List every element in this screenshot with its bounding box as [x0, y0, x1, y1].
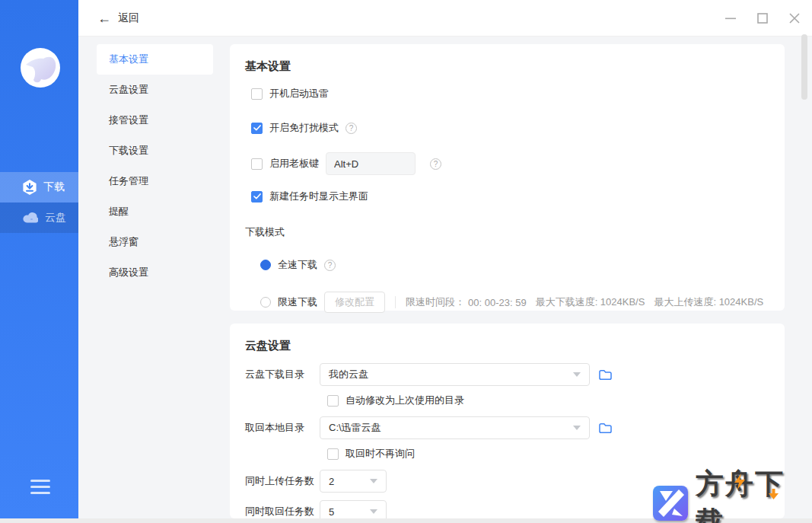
settings-window: 下载 云盘 ← 返回	[0, 0, 812, 523]
cloud-dir-browse-button[interactable]	[598, 368, 613, 381]
check-icon	[253, 125, 261, 131]
limit-detail: 限速时间段： 00: 00-23: 59 最大下载速度: 1024KB/S 最大…	[406, 295, 763, 309]
full-speed-help-icon[interactable]: ?	[324, 260, 336, 271]
cloud-dir-label: 云盘下载目录	[245, 368, 320, 381]
download-hexagon-icon	[23, 180, 37, 195]
sidebar-item-download[interactable]: 下载	[0, 172, 78, 203]
local-dir-label: 取回本地目录	[245, 421, 320, 435]
hamburger-bar	[30, 486, 50, 488]
upload-tasks-label: 同时上传任务数	[245, 474, 320, 488]
back-label: 返回	[118, 11, 139, 25]
back-button[interactable]: ← 返回	[97, 0, 139, 37]
cloud-icon	[23, 212, 38, 223]
menu-item-cloud[interactable]: 云盘设置	[97, 75, 213, 105]
watermark: 方舟下载	[653, 465, 812, 523]
option-show-main: 新建任务时显示主界面	[245, 190, 769, 203]
hamburger-menu-icon[interactable]	[30, 480, 50, 494]
bosskey-checkbox[interactable]	[251, 158, 263, 170]
chevron-down-icon	[370, 479, 377, 483]
lightning-icon	[734, 474, 745, 490]
option-dnd: 开启免打扰模式 ?	[245, 121, 769, 135]
check-icon	[253, 193, 261, 199]
max-upload-speed: 最大上传速度: 1024KB/S	[654, 295, 763, 309]
menu-item-floating[interactable]: 悬浮窗	[97, 227, 213, 257]
hamburger-bar	[30, 480, 50, 482]
retrieve-tasks-value: 5	[329, 506, 334, 518]
bosskey-label: 启用老板键	[269, 157, 319, 171]
local-dir-browse-button[interactable]	[598, 422, 613, 434]
auto-change-dir-label: 自动修改为上次使用的目录	[345, 394, 464, 407]
local-dir-row: 取回本地目录 C:\迅雷云盘	[245, 416, 769, 439]
option-limit-speed: 限速下载 修改配置 限速时间段： 00: 00-23: 59 最大下载速度: 1…	[245, 292, 769, 313]
app-sidebar: 下载 云盘	[0, 0, 78, 518]
autostart-label: 开机启动迅雷	[269, 87, 329, 100]
menu-item-label: 基本设置	[109, 53, 148, 66]
menu-item-advanced[interactable]: 高级设置	[97, 257, 213, 288]
chevron-down-icon	[573, 426, 581, 430]
option-full-speed: 全速下载 ?	[245, 258, 769, 272]
local-dir-value: C:\迅雷云盘	[329, 421, 381, 435]
download-mode-label: 下载模式	[245, 225, 769, 239]
basic-settings-card: 基本设置 开机启动迅雷 开启免打扰模式 ? 启用老板键 ?	[230, 44, 785, 311]
minimize-button[interactable]	[724, 11, 737, 25]
ark-logo-icon	[653, 486, 688, 521]
menu-item-label: 接管设置	[109, 113, 148, 127]
menu-item-label: 云盘设置	[109, 83, 148, 97]
divider	[395, 296, 396, 308]
limit-speed-label: 限速下载	[278, 295, 317, 309]
maximize-button[interactable]	[756, 11, 769, 25]
folder-icon	[598, 422, 613, 434]
full-speed-label: 全速下载	[278, 258, 317, 272]
app-logo[interactable]	[21, 48, 60, 88]
auto-change-dir-checkbox[interactable]	[327, 395, 339, 407]
menu-item-download[interactable]: 下载设置	[97, 136, 213, 166]
settings-menu: 基本设置 云盘设置 接管设置 下载设置 任务管理 提醒 悬浮窗 高级设置	[97, 44, 213, 288]
modify-config-button[interactable]: 修改配置	[324, 292, 385, 313]
dnd-help-icon[interactable]: ?	[345, 123, 357, 134]
menu-item-label: 下载设置	[109, 144, 148, 158]
folder-icon	[598, 368, 613, 381]
watermark-text-wrap: 方舟下载	[696, 465, 812, 523]
menu-item-label: 提醒	[109, 205, 129, 218]
limit-speed-radio[interactable]	[260, 297, 271, 308]
retrieve-tasks-label: 同时取回任务数	[245, 505, 320, 518]
retrieve-tasks-select[interactable]: 5	[320, 500, 387, 518]
down-arrow-icon	[769, 489, 779, 499]
maximize-icon	[756, 12, 769, 24]
full-speed-radio[interactable]	[260, 260, 271, 270]
watermark-logo	[653, 486, 688, 521]
autostart-checkbox[interactable]	[251, 88, 263, 100]
no-ask-label: 取回时不再询问	[345, 447, 415, 461]
chevron-down-icon	[573, 372, 581, 377]
scrollbar-thumb[interactable]	[801, 34, 807, 100]
upload-tasks-select[interactable]: 2	[320, 470, 387, 493]
dnd-checkbox[interactable]	[251, 123, 263, 134]
max-download-speed: 最大下载速度: 1024KB/S	[536, 295, 645, 309]
menu-item-takeover[interactable]: 接管设置	[97, 105, 213, 136]
cloud-dir-row: 云盘下载目录 我的云盘	[245, 363, 769, 386]
title-bar: ← 返回	[78, 0, 812, 37]
back-arrow-icon: ←	[97, 11, 111, 25]
sidebar-item-cloud[interactable]: 云盘	[0, 203, 78, 233]
show-main-checkbox[interactable]	[251, 191, 263, 203]
close-button[interactable]	[788, 11, 801, 25]
section-title-basic: 基本设置	[245, 59, 769, 74]
close-icon	[788, 12, 801, 24]
window-controls	[724, 0, 801, 37]
sidebar-item-label: 下载	[43, 180, 65, 194]
cloud-dir-select[interactable]: 我的云盘	[320, 363, 590, 386]
option-autostart: 开机启动迅雷	[245, 87, 769, 100]
local-dir-select[interactable]: C:\迅雷云盘	[320, 416, 590, 439]
no-ask-checkbox[interactable]	[327, 448, 339, 460]
upload-tasks-value: 2	[329, 476, 334, 487]
menu-item-tasks[interactable]: 任务管理	[97, 166, 213, 196]
menu-item-label: 悬浮窗	[109, 235, 139, 249]
bosskey-input[interactable]	[326, 152, 416, 175]
menu-item-reminder[interactable]: 提醒	[97, 196, 213, 227]
hamburger-bar	[30, 492, 50, 494]
menu-item-basic[interactable]: 基本设置	[97, 44, 213, 75]
limit-time-label: 限速时间段：	[406, 295, 465, 309]
show-main-label: 新建任务时显示主界面	[269, 190, 368, 203]
bosskey-help-icon[interactable]: ?	[430, 158, 441, 170]
chevron-down-icon	[370, 509, 377, 514]
